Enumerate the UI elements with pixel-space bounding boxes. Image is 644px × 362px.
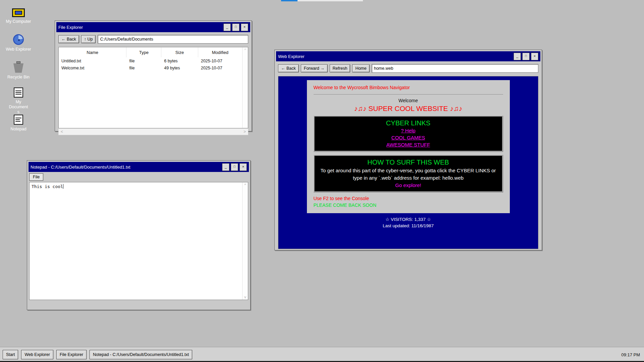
up-button[interactable]: ↑ Up [81, 35, 96, 43]
close-button[interactable]: × [531, 53, 538, 60]
column-header-size[interactable]: Size [161, 47, 198, 57]
file-menu-button[interactable]: File [29, 173, 43, 181]
column-header-type[interactable]: Type [126, 47, 161, 57]
scroll-down-icon[interactable]: v [244, 295, 246, 299]
web-explorer-titlebar[interactable]: Web Explorer _ □ × [276, 51, 540, 61]
close-button[interactable]: × [241, 23, 248, 31]
refresh-button[interactable]: Refresh [330, 64, 351, 72]
desktop-icon-label: My Document s [9, 100, 28, 115]
file-explorer-toolbar: ← Back ↑ Up [56, 32, 250, 46]
go-explore-text: Go explore! [317, 182, 500, 189]
browser-tab-strip [281, 0, 298, 1]
column-header-modified[interactable]: Modified [198, 47, 242, 57]
horizontal-scrollbar[interactable]: < > [58, 128, 248, 135]
how-to-body: To get around this part of the cyber-ver… [317, 167, 500, 182]
come-back-text: PLEASE COME BACK SOON [314, 202, 503, 208]
start-button[interactable]: Start [3, 350, 18, 359]
web-page: Welcome to the Wycrosoft Bimbows Navigat… [278, 76, 538, 249]
computer-icon [12, 8, 25, 17]
taskbar: Start Web Explorer File Explorer Notepad… [0, 347, 644, 362]
column-header-name[interactable]: Name [59, 47, 126, 57]
console-hint: Use F2 to see the Console [314, 196, 503, 201]
scroll-left-icon[interactable]: < [61, 129, 63, 134]
document-icon [14, 87, 23, 98]
notepad-menubar: File [29, 172, 249, 182]
window-title: Web Explorer [278, 54, 512, 59]
vertical-scrollbar[interactable]: ^ v [242, 182, 248, 300]
how-to-box: HOW TO SURF THIS WEB To get around this … [314, 155, 503, 192]
web-explorer-toolbar: ← Back Forward → Refresh Home [276, 61, 540, 75]
back-button[interactable]: ← Back [58, 35, 79, 43]
back-button[interactable]: ← Back [278, 64, 299, 72]
minimize-button[interactable]: _ [222, 163, 229, 171]
desktop-icon-notepad[interactable]: Notepad [3, 115, 34, 132]
scroll-up-icon[interactable]: ^ [244, 48, 246, 52]
maximize-button[interactable]: □ [231, 163, 238, 171]
close-button[interactable]: × [239, 163, 247, 171]
globe-icon [13, 34, 24, 45]
taskbar-clock: 09:17 PM [621, 352, 640, 357]
notepad-titlebar[interactable]: Notepad - C:/Users/Default/Documents/Unt… [29, 162, 249, 172]
minimize-button[interactable]: _ [223, 23, 231, 31]
notepad-window: Notepad - C:/Users/Default/Documents/Unt… [27, 160, 251, 310]
web-explorer-window: Web Explorer _ □ × ← Back Forward → Refr… [274, 50, 542, 250]
notepad-icon [14, 115, 23, 125]
desktop-icon-label: My Computer [6, 19, 31, 24]
last-updated-text: Last updated: 11/16/1987 [278, 223, 538, 228]
window-title: Notepad - C:/Users/Default/Documents/Unt… [31, 165, 221, 170]
taskbar-item-web-explorer[interactable]: Web Explorer [21, 350, 53, 359]
address-input[interactable] [372, 64, 538, 73]
table-row[interactable]: Untitled.txt file 6 bytes 2025-10-07 [59, 57, 242, 64]
divider [314, 94, 503, 95]
cyber-links-title: CYBER LINKS [317, 119, 500, 127]
scroll-up-icon[interactable]: ^ [244, 183, 246, 187]
file-list: Name Type Size Modified Untitled.txt fil… [58, 47, 248, 128]
file-explorer-window: File Explorer _ □ × ← Back ↑ Up Name Typ… [55, 20, 252, 131]
visitor-counter: ☆ VISITORS: 1,337 ☆ [278, 217, 538, 222]
maximize-button[interactable]: □ [232, 23, 239, 31]
minimize-button[interactable]: _ [514, 53, 521, 60]
file-explorer-titlebar[interactable]: File Explorer _ □ × [56, 22, 250, 32]
notepad-text-area[interactable]: This is cool [30, 182, 242, 300]
site-banner: ♪♫♪ SUPER COOL WEBSITE ♪♫♪ [314, 105, 503, 113]
taskbar-item-notepad[interactable]: Notepad - C:/Users/Default/Documents/Unt… [90, 350, 192, 359]
desktop-icon-label: Web Explorer [6, 47, 31, 52]
desktop-icon-my-documents[interactable]: My Document s [3, 87, 34, 115]
file-list-header: Name Type Size Modified [59, 47, 242, 57]
home-button[interactable]: Home [352, 64, 369, 72]
trash-icon [13, 61, 23, 73]
taskbar-item-file-explorer[interactable]: File Explorer [56, 350, 87, 359]
maximize-button[interactable]: □ [522, 53, 530, 60]
desktop-icon-recycle-bin[interactable]: Recycle Bin [3, 61, 34, 80]
scroll-right-icon[interactable]: > [244, 129, 246, 134]
address-input[interactable] [98, 35, 248, 44]
welcome-text: Welcome [314, 98, 503, 103]
browser-tab-strip-light [298, 0, 363, 1]
help-link[interactable]: ? Help [317, 127, 500, 134]
desktop-icon-label: Recycle Bin [7, 75, 30, 80]
cyber-links-box: CYBER LINKS ? Help COOL GAMES AWESOME ST… [314, 116, 503, 152]
cool-games-link[interactable]: COOL GAMES [317, 134, 500, 141]
web-page-panel: Welcome to the Wycrosoft Bimbows Navigat… [307, 80, 510, 213]
table-row[interactable]: Welcome.txt file 49 bytes 2025-10-07 [59, 64, 242, 71]
page-header: Welcome to the Wycrosoft Bimbows Navigat… [314, 85, 503, 90]
forward-button[interactable]: Forward → [301, 64, 328, 72]
awesome-stuff-link[interactable]: AWESOME STUFF [317, 141, 500, 148]
how-to-title: HOW TO SURF THIS WEB [317, 159, 500, 166]
desktop-icon-web-explorer[interactable]: Web Explorer [3, 34, 34, 52]
vertical-scrollbar[interactable]: ^ [242, 47, 248, 128]
window-title: File Explorer [58, 25, 222, 30]
desktop-icon-my-computer[interactable]: My Computer [3, 8, 34, 24]
desktop-icon-label: Notepad [10, 127, 26, 132]
text-caret [63, 184, 64, 189]
